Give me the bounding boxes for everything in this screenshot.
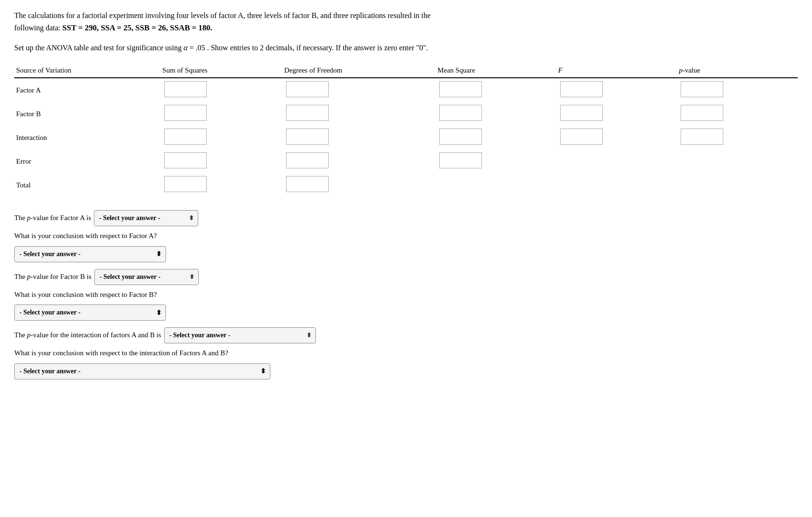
cell-interaction-f[interactable] xyxy=(556,126,677,149)
intro-paragraph: The calculations for a factorial experim… xyxy=(14,9,798,34)
questions-section: The p-value for Factor A is - Select you… xyxy=(14,210,798,379)
q6-select-arrow: ⬍ xyxy=(260,367,266,375)
q3-select[interactable]: - Select your answer - ⬍ xyxy=(94,269,199,285)
cell-error-df[interactable] xyxy=(282,149,435,173)
cell-factor-a-ms[interactable] xyxy=(435,78,556,102)
q5-select-label: - Select your answer - xyxy=(169,330,231,341)
q6-select-label: - Select your answer - xyxy=(19,368,81,375)
q5-line: The p-value for the interaction of facto… xyxy=(14,327,798,343)
cell-factor-a-f[interactable] xyxy=(556,78,677,102)
row-interaction: Interaction xyxy=(14,126,798,149)
cell-factor-b-ms[interactable] xyxy=(435,102,556,126)
cell-total-f-empty xyxy=(556,173,677,197)
cell-factor-b-pvalue[interactable] xyxy=(677,102,798,126)
q6-label: What is your conclusion with respect to … xyxy=(14,347,798,360)
alpha-symbol: α xyxy=(184,44,187,52)
q2-select-label: - Select your answer - xyxy=(19,250,81,258)
setup-paragraph: Set up the ANOVA table and test for sign… xyxy=(14,42,798,54)
intro-line1: The calculations for a factorial experim… xyxy=(14,11,431,19)
cell-interaction-pvalue[interactable] xyxy=(677,126,798,149)
cell-factor-a-df[interactable] xyxy=(282,78,435,102)
col-header-ms: Mean Square xyxy=(435,64,556,78)
q3-line: The p-value for Factor B is - Select you… xyxy=(14,269,798,285)
q1-text: The p-value for Factor A is xyxy=(14,212,91,224)
col-header-f: F xyxy=(556,64,677,78)
cell-factor-b-ss[interactable] xyxy=(160,102,282,126)
q1-select-label: - Select your answer - xyxy=(99,212,160,224)
q2-select[interactable]: - Select your answer - ⬍ xyxy=(14,246,166,262)
cell-error-ss[interactable] xyxy=(160,149,282,173)
cell-interaction-ms[interactable] xyxy=(435,126,556,149)
q5-text: The p-value for the interaction of facto… xyxy=(14,329,161,342)
label-total: Total xyxy=(14,173,160,197)
q4-select[interactable]: - Select your answer - ⬍ xyxy=(14,305,166,321)
row-factor-b: Factor B xyxy=(14,102,798,126)
q2-label: What is your conclusion with respect to … xyxy=(14,230,798,242)
cell-error-f-empty xyxy=(556,149,677,173)
row-error: Error xyxy=(14,149,798,173)
anova-table: Source of Variation Sum of Squares Degre… xyxy=(14,64,798,197)
label-interaction: Interaction xyxy=(14,126,160,149)
intro-formula: SST = 290, SSA = 25, SSB = 26, SSAB = 18… xyxy=(62,23,212,32)
cell-factor-b-f[interactable] xyxy=(556,102,677,126)
intro-line2-prefix: following data: xyxy=(14,24,60,32)
q6-select[interactable]: - Select your answer - ⬍ xyxy=(14,363,270,379)
col-header-df: Degrees of Freedom xyxy=(282,64,435,78)
cell-factor-a-pvalue[interactable] xyxy=(677,78,798,102)
cell-factor-a-ss[interactable] xyxy=(160,78,282,102)
q3-text: The p-value for Factor B is xyxy=(14,271,92,283)
q4-select-label: - Select your answer - xyxy=(19,309,81,316)
q1-line: The p-value for Factor A is - Select you… xyxy=(14,210,798,226)
q3-select-label: - Select your answer - xyxy=(100,271,161,283)
col-header-ss: Sum of Squares xyxy=(160,64,282,78)
setup-text: Set up the ANOVA table and test for sign… xyxy=(14,44,182,52)
col-header-pvalue: p-value xyxy=(677,64,798,78)
cell-total-ss[interactable] xyxy=(160,173,282,197)
label-factor-a: Factor A xyxy=(14,78,160,102)
q3-select-arrow: ⬍ xyxy=(189,272,194,282)
cell-total-df[interactable] xyxy=(282,173,435,197)
label-error: Error xyxy=(14,149,160,173)
row-factor-a: Factor A xyxy=(14,78,798,102)
cell-factor-b-df[interactable] xyxy=(282,102,435,126)
cell-interaction-ss[interactable] xyxy=(160,126,282,149)
cell-total-pvalue-empty xyxy=(677,173,798,197)
col-header-source: Source of Variation xyxy=(14,64,160,78)
row-total: Total xyxy=(14,173,798,197)
label-factor-b: Factor B xyxy=(14,102,160,126)
q4-select-arrow: ⬍ xyxy=(156,309,162,317)
q1-select[interactable]: - Select your answer - ⬍ xyxy=(94,210,198,226)
cell-error-ms[interactable] xyxy=(435,149,556,173)
q4-label: What is your conclusion with respect to … xyxy=(14,289,798,301)
alpha-eq: = .05 xyxy=(189,44,205,52)
q1-select-arrow: ⬍ xyxy=(189,213,194,223)
cell-interaction-df[interactable] xyxy=(282,126,435,149)
cell-total-ms-empty xyxy=(435,173,556,197)
q5-select[interactable]: - Select your answer - ⬍ xyxy=(164,327,316,343)
cell-error-pvalue-empty xyxy=(677,149,798,173)
q5-select-arrow: ⬍ xyxy=(306,330,312,341)
setup-suffix: . Show entries to 2 decimals, if necessa… xyxy=(207,44,428,52)
q2-select-arrow: ⬍ xyxy=(156,250,162,258)
